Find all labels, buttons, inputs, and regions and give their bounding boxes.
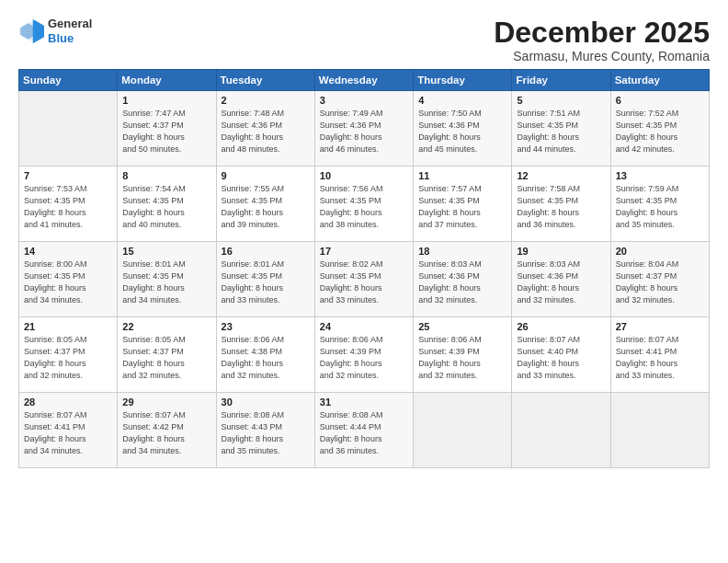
calendar-week-row: 28Sunrise: 8:07 AM Sunset: 4:41 PM Dayli… bbox=[19, 393, 710, 468]
calendar-cell: 27Sunrise: 8:07 AM Sunset: 4:41 PM Dayli… bbox=[610, 317, 709, 393]
subtitle: Sarmasu, Mures County, Romania bbox=[494, 49, 710, 63]
day-content: Sunrise: 8:02 AM Sunset: 4:35 PM Dayligh… bbox=[320, 259, 408, 306]
header-day: Wednesday bbox=[314, 70, 413, 91]
day-number: 28 bbox=[24, 396, 112, 408]
header-row: SundayMondayTuesdayWednesdayThursdayFrid… bbox=[19, 70, 710, 91]
day-number: 21 bbox=[24, 321, 112, 332]
calendar-cell: 6Sunrise: 7:52 AM Sunset: 4:35 PM Daylig… bbox=[610, 91, 709, 167]
page: General Blue December 2025 Sarmasu, Mure… bbox=[0, 0, 728, 563]
header-day: Saturday bbox=[610, 70, 709, 91]
day-content: Sunrise: 8:08 AM Sunset: 4:44 PM Dayligh… bbox=[320, 409, 408, 457]
calendar-week-row: 14Sunrise: 8:00 AM Sunset: 4:35 PM Dayli… bbox=[19, 242, 710, 317]
calendar-cell: 4Sunrise: 7:50 AM Sunset: 4:36 PM Daylig… bbox=[414, 91, 512, 167]
calendar-cell: 15Sunrise: 8:01 AM Sunset: 4:35 PM Dayli… bbox=[118, 242, 216, 317]
day-content: Sunrise: 8:03 AM Sunset: 4:36 PM Dayligh… bbox=[517, 259, 605, 306]
day-content: Sunrise: 7:55 AM Sunset: 4:35 PM Dayligh… bbox=[222, 183, 310, 231]
day-content: Sunrise: 8:05 AM Sunset: 4:37 PM Dayligh… bbox=[24, 334, 112, 382]
day-number: 12 bbox=[517, 170, 605, 181]
svg-marker-3 bbox=[33, 18, 44, 42]
day-content: Sunrise: 7:58 AM Sunset: 4:35 PM Dayligh… bbox=[517, 183, 605, 231]
day-content: Sunrise: 7:54 AM Sunset: 4:35 PM Dayligh… bbox=[122, 183, 210, 231]
day-number: 5 bbox=[517, 95, 605, 106]
day-number: 9 bbox=[222, 170, 310, 181]
calendar-cell: 19Sunrise: 8:03 AM Sunset: 4:36 PM Dayli… bbox=[512, 242, 610, 317]
calendar-cell: 1Sunrise: 7:47 AM Sunset: 4:37 PM Daylig… bbox=[118, 91, 216, 167]
calendar-week-row: 21Sunrise: 8:05 AM Sunset: 4:37 PM Dayli… bbox=[19, 317, 710, 393]
day-number: 11 bbox=[418, 170, 506, 181]
calendar-cell: 20Sunrise: 8:04 AM Sunset: 4:37 PM Dayli… bbox=[610, 242, 709, 317]
header-day: Friday bbox=[512, 70, 610, 91]
day-number: 6 bbox=[616, 95, 704, 106]
day-number: 31 bbox=[320, 396, 408, 408]
day-content: Sunrise: 8:05 AM Sunset: 4:37 PM Dayligh… bbox=[122, 334, 210, 382]
day-content: Sunrise: 7:51 AM Sunset: 4:35 PM Dayligh… bbox=[517, 108, 605, 155]
day-content: Sunrise: 8:08 AM Sunset: 4:43 PM Dayligh… bbox=[222, 409, 310, 457]
calendar-cell: 21Sunrise: 8:05 AM Sunset: 4:37 PM Dayli… bbox=[19, 317, 118, 393]
logo: General Blue bbox=[18, 17, 92, 45]
header-day: Thursday bbox=[414, 70, 512, 91]
day-content: Sunrise: 7:49 AM Sunset: 4:36 PM Dayligh… bbox=[320, 108, 408, 155]
day-number: 4 bbox=[418, 95, 506, 106]
day-number: 27 bbox=[616, 321, 704, 332]
calendar-cell bbox=[610, 393, 709, 468]
day-content: Sunrise: 7:57 AM Sunset: 4:35 PM Dayligh… bbox=[418, 183, 506, 231]
day-content: Sunrise: 8:01 AM Sunset: 4:35 PM Dayligh… bbox=[122, 259, 210, 306]
day-number: 2 bbox=[222, 95, 310, 106]
day-content: Sunrise: 8:00 AM Sunset: 4:35 PM Dayligh… bbox=[24, 259, 112, 306]
calendar-cell: 16Sunrise: 8:01 AM Sunset: 4:35 PM Dayli… bbox=[216, 242, 314, 317]
calendar-cell: 13Sunrise: 7:59 AM Sunset: 4:35 PM Dayli… bbox=[610, 167, 709, 242]
calendar-cell: 28Sunrise: 8:07 AM Sunset: 4:41 PM Dayli… bbox=[19, 393, 118, 468]
day-content: Sunrise: 7:56 AM Sunset: 4:35 PM Dayligh… bbox=[320, 183, 408, 231]
header-day: Tuesday bbox=[216, 70, 314, 91]
day-content: Sunrise: 8:04 AM Sunset: 4:37 PM Dayligh… bbox=[616, 259, 704, 306]
day-number: 23 bbox=[222, 321, 310, 332]
calendar-cell: 14Sunrise: 8:00 AM Sunset: 4:35 PM Dayli… bbox=[19, 242, 118, 317]
calendar-cell: 12Sunrise: 7:58 AM Sunset: 4:35 PM Dayli… bbox=[512, 167, 610, 242]
header: General Blue December 2025 Sarmasu, Mure… bbox=[18, 17, 710, 63]
day-number: 26 bbox=[517, 321, 605, 332]
calendar-cell: 7Sunrise: 7:53 AM Sunset: 4:35 PM Daylig… bbox=[19, 167, 118, 242]
day-number: 14 bbox=[24, 246, 112, 257]
day-content: Sunrise: 8:06 AM Sunset: 4:39 PM Dayligh… bbox=[320, 334, 408, 382]
logo-text: General Blue bbox=[48, 17, 92, 45]
day-content: Sunrise: 8:07 AM Sunset: 4:41 PM Dayligh… bbox=[616, 334, 704, 382]
calendar-cell: 31Sunrise: 8:08 AM Sunset: 4:44 PM Dayli… bbox=[314, 393, 413, 468]
day-content: Sunrise: 8:06 AM Sunset: 4:39 PM Dayligh… bbox=[418, 334, 506, 382]
day-content: Sunrise: 8:06 AM Sunset: 4:38 PM Dayligh… bbox=[222, 334, 310, 382]
day-number: 22 bbox=[122, 321, 210, 332]
day-number: 10 bbox=[320, 170, 408, 181]
day-content: Sunrise: 8:03 AM Sunset: 4:36 PM Dayligh… bbox=[418, 259, 506, 306]
calendar-cell: 29Sunrise: 8:07 AM Sunset: 4:42 PM Dayli… bbox=[118, 393, 216, 468]
day-number: 24 bbox=[320, 321, 408, 332]
calendar-cell: 2Sunrise: 7:48 AM Sunset: 4:36 PM Daylig… bbox=[216, 91, 314, 167]
calendar-week-row: 7Sunrise: 7:53 AM Sunset: 4:35 PM Daylig… bbox=[19, 167, 710, 242]
day-content: Sunrise: 7:50 AM Sunset: 4:36 PM Dayligh… bbox=[418, 108, 506, 155]
calendar-cell: 5Sunrise: 7:51 AM Sunset: 4:35 PM Daylig… bbox=[512, 91, 610, 167]
day-number: 25 bbox=[418, 321, 506, 332]
day-number: 1 bbox=[122, 95, 210, 106]
calendar-cell: 26Sunrise: 8:07 AM Sunset: 4:40 PM Dayli… bbox=[512, 317, 610, 393]
calendar-cell: 9Sunrise: 7:55 AM Sunset: 4:35 PM Daylig… bbox=[216, 167, 314, 242]
day-content: Sunrise: 8:07 AM Sunset: 4:40 PM Dayligh… bbox=[517, 334, 605, 382]
title-block: December 2025 Sarmasu, Mures County, Rom… bbox=[494, 17, 710, 63]
calendar-cell: 23Sunrise: 8:06 AM Sunset: 4:38 PM Dayli… bbox=[216, 317, 314, 393]
header-day: Monday bbox=[118, 70, 216, 91]
day-content: Sunrise: 7:48 AM Sunset: 4:36 PM Dayligh… bbox=[222, 108, 310, 155]
logo-icon bbox=[18, 18, 44, 44]
day-number: 17 bbox=[320, 246, 408, 257]
calendar-cell: 24Sunrise: 8:06 AM Sunset: 4:39 PM Dayli… bbox=[314, 317, 413, 393]
day-number: 20 bbox=[616, 246, 704, 257]
day-content: Sunrise: 7:52 AM Sunset: 4:35 PM Dayligh… bbox=[616, 108, 704, 155]
calendar-cell: 30Sunrise: 8:08 AM Sunset: 4:43 PM Dayli… bbox=[216, 393, 314, 468]
calendar-cell: 25Sunrise: 8:06 AM Sunset: 4:39 PM Dayli… bbox=[414, 317, 512, 393]
calendar-cell: 11Sunrise: 7:57 AM Sunset: 4:35 PM Dayli… bbox=[414, 167, 512, 242]
day-number: 13 bbox=[616, 170, 704, 181]
day-number: 18 bbox=[418, 246, 506, 257]
day-number: 3 bbox=[320, 95, 408, 106]
calendar-cell: 18Sunrise: 8:03 AM Sunset: 4:36 PM Dayli… bbox=[414, 242, 512, 317]
day-number: 29 bbox=[122, 396, 210, 408]
calendar-cell bbox=[19, 91, 118, 167]
day-number: 15 bbox=[122, 246, 210, 257]
calendar-cell: 17Sunrise: 8:02 AM Sunset: 4:35 PM Dayli… bbox=[314, 242, 413, 317]
month-title: December 2025 bbox=[494, 17, 710, 49]
